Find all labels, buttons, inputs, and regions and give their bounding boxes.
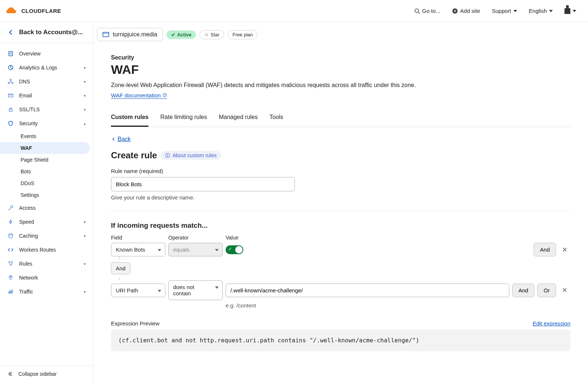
mail-icon (7, 92, 14, 99)
sidebar-sub-ddos[interactable]: DDoS (0, 177, 93, 189)
back-to-accounts[interactable]: Back to Accounts@... (0, 22, 93, 43)
rule-name-input[interactable] (111, 177, 295, 191)
bolt-icon (7, 219, 14, 225)
sidebar-sub-waf[interactable]: WAF (0, 142, 90, 154)
clipboard-icon (7, 50, 14, 57)
support-menu[interactable]: Support (486, 5, 523, 17)
tab-custom-rules[interactable]: Custom rules (111, 109, 148, 127)
arrow-left-icon (7, 29, 14, 36)
tab-managed-rules[interactable]: Managed rules (219, 109, 258, 127)
operator-label: Operator (168, 235, 223, 241)
chevron-down-icon: ▾ (84, 66, 86, 70)
about-custom-rules[interactable]: About custom rules (161, 151, 221, 160)
sidebar-item-traffic[interactable]: Traffic▾ (0, 285, 93, 299)
tab-tools[interactable]: Tools (269, 109, 283, 127)
expression-preview: (cf.client.bot and not http.request.uri.… (111, 329, 570, 351)
sidebar-item-ssl[interactable]: SSL/TLS▾ (0, 102, 93, 116)
search-icon (414, 8, 420, 14)
sidebar-sub-page-shield[interactable]: Page Shield (0, 154, 93, 166)
or-button-2[interactable]: Or (537, 284, 556, 297)
star-icon: ☆ (204, 32, 209, 37)
rule-name-label: Rule name (required) (111, 168, 570, 174)
svg-rect-15 (103, 32, 109, 37)
language-menu[interactable]: English (523, 5, 559, 17)
collapse-sidebar[interactable]: Collapse sidebar (0, 365, 93, 382)
sidebar-sub-events[interactable]: Events (0, 130, 93, 142)
sidebar-item-network[interactable]: Network (0, 271, 93, 285)
page-description: Zone-level Web Application Firewall (WAF… (111, 82, 570, 89)
sidebar-item-overview[interactable]: Overview (0, 47, 93, 61)
breadcrumb: Security (111, 54, 570, 61)
sidebar-item-workers[interactable]: Workers Routes (0, 243, 93, 257)
lock-icon (7, 106, 14, 113)
site-chip[interactable]: turnipjuice.media (97, 28, 163, 41)
operator-select-1: equals (168, 243, 223, 256)
expression-label: Expression Preview (111, 320, 159, 327)
match-title: If incoming requests match... (111, 221, 570, 230)
back-link[interactable]: Back (111, 136, 131, 143)
tabs: Custom rules Rate limiting rules Managed… (111, 109, 570, 127)
sidebar-item-email[interactable]: Email▾ (0, 89, 93, 102)
chevron-up-icon: ▴ (84, 122, 86, 126)
sidebar-item-access[interactable]: Access (0, 201, 93, 215)
database-icon (7, 233, 14, 239)
value-toggle-1[interactable] (226, 245, 243, 254)
rule-name-hint: Give your rule a descriptive name. (111, 194, 570, 201)
svg-point-7 (10, 79, 11, 80)
chevron-down-icon: ▾ (84, 220, 86, 224)
status-badge: Active (166, 30, 196, 39)
account-menu[interactable] (559, 5, 582, 17)
and-button-1[interactable]: And (534, 243, 556, 256)
tab-rate-limiting[interactable]: Rate limiting rules (160, 109, 207, 127)
svg-point-13 (9, 234, 12, 235)
goto-button[interactable]: Go to... (408, 5, 446, 17)
sidebar-item-security[interactable]: Security▴ (0, 116, 93, 130)
svg-point-0 (415, 9, 419, 12)
remove-row-2[interactable]: ✕ (559, 285, 570, 296)
dns-icon (7, 78, 14, 85)
sidebar-item-rules[interactable]: Rules▾ (0, 257, 93, 271)
chevron-down-icon: ▾ (84, 234, 86, 238)
external-link-icon (162, 93, 167, 97)
chevron-down-icon (513, 10, 517, 12)
sidebar-sub-settings[interactable]: Settings (0, 189, 93, 201)
chevron-down-icon: ▾ (84, 262, 86, 266)
sidebar-item-dns[interactable]: DNS▾ (0, 75, 93, 89)
chevron-down-icon: ▾ (84, 108, 86, 112)
svg-rect-11 (9, 109, 12, 111)
arrow-left-icon (111, 137, 116, 142)
field-label: Field (111, 235, 165, 241)
value-label: Value (226, 235, 239, 241)
chevron-down-icon: ▾ (84, 94, 86, 98)
remove-row-1[interactable]: ✕ (559, 244, 570, 255)
access-icon (7, 205, 14, 211)
chevron-down-icon (549, 10, 553, 12)
svg-rect-3 (9, 51, 12, 56)
and-button-2[interactable]: And (512, 284, 535, 297)
chevron-down-icon: ▾ (84, 80, 86, 84)
plan-badge[interactable]: Free plan (228, 30, 258, 39)
logo[interactable]: CLOUDFLARE (6, 7, 61, 15)
star-button[interactable]: ☆Star (200, 30, 224, 39)
add-site-button[interactable]: Add site (446, 5, 486, 17)
sidebar-item-caching[interactable]: Caching▾ (0, 229, 93, 243)
field-select-1[interactable]: Known Bots (111, 243, 165, 256)
chevron-down-icon: ▾ (84, 290, 86, 294)
logo-text: CLOUDFLARE (21, 8, 61, 14)
doc-link[interactable]: WAF documentation (111, 92, 167, 99)
value-hint-2: e.g. /content (226, 302, 570, 309)
svg-line-1 (418, 12, 420, 14)
value-input-2[interactable] (226, 284, 509, 297)
field-select-2[interactable]: URI Path (111, 284, 165, 297)
operator-select-2[interactable]: does not contain (168, 280, 223, 300)
sidebar-sub-bots[interactable]: Bots (0, 166, 93, 177)
cloud-icon (6, 7, 19, 15)
join-and[interactable]: And (111, 262, 130, 274)
page-title: WAF (111, 62, 570, 77)
edit-expression-link[interactable]: Edit expression (533, 320, 570, 327)
plus-circle-icon (452, 8, 458, 14)
collapse-icon (7, 371, 13, 377)
sidebar-item-speed[interactable]: Speed▾ (0, 215, 93, 229)
shield-icon (7, 120, 14, 127)
sidebar-item-analytics[interactable]: Analytics & Logs▾ (0, 61, 93, 75)
